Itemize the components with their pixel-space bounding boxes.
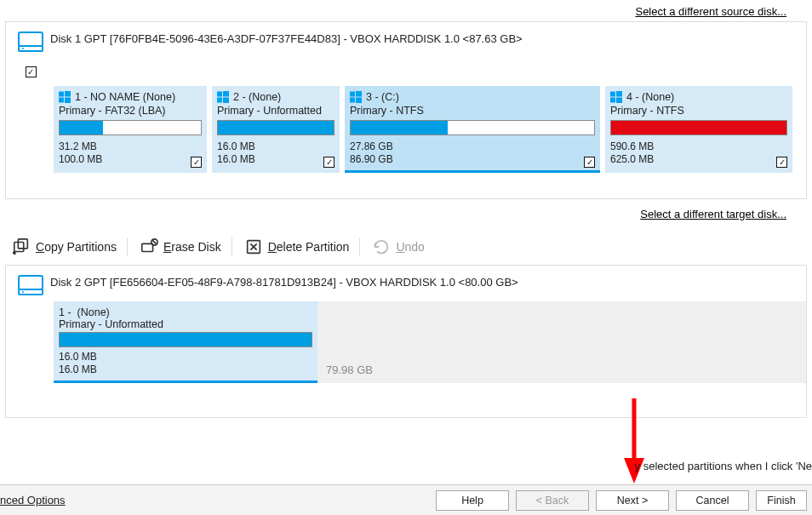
- source-disk-checkbox[interactable]: ✓: [26, 66, 37, 77]
- partition-sizes: 27.86 GB86.90 GB: [350, 140, 595, 166]
- partition-checkbox[interactable]: ✓: [584, 157, 595, 168]
- partition-type: Primary - NTFS: [610, 105, 787, 117]
- partition-type: Primary - Unformatted: [217, 105, 335, 117]
- cancel-button[interactable]: Cancel: [676, 490, 749, 511]
- svg-rect-21: [142, 243, 153, 251]
- svg-rect-27: [19, 276, 43, 289]
- svg-rect-17: [610, 98, 615, 103]
- windows-icon: [350, 91, 362, 103]
- partition-type: Primary - Unformatted: [59, 318, 312, 330]
- select-source-link[interactable]: Select a different source disk...: [635, 5, 786, 18]
- undo-button: Undo: [372, 237, 434, 256]
- footer-bar: nced Options Help < Back Next > Cancel F…: [0, 484, 812, 515]
- svg-rect-3: [59, 92, 64, 97]
- usage-bar: [59, 120, 202, 135]
- partition-label: 4 - (None): [626, 91, 674, 103]
- svg-rect-14: [356, 98, 362, 104]
- svg-rect-19: [14, 243, 24, 252]
- usage-bar: [59, 332, 312, 347]
- partition-type: Primary - FAT32 (LBA): [59, 105, 202, 117]
- svg-rect-10: [223, 98, 229, 104]
- source-partition[interactable]: 4 - (None)Primary - NTFS590.6 MB625.0 MB…: [605, 86, 792, 173]
- svg-rect-16: [616, 91, 622, 97]
- finish-button[interactable]: Finish: [756, 490, 807, 511]
- partition-checkbox[interactable]: ✓: [776, 157, 787, 168]
- copy-partitions-button[interactable]: Copy Partitions: [12, 237, 128, 256]
- copy-hint-text: y selected partitions when I click 'Ne: [635, 460, 812, 472]
- next-button[interactable]: Next >: [596, 490, 669, 511]
- partition-checkbox[interactable]: ✓: [191, 157, 202, 168]
- svg-rect-6: [65, 98, 71, 104]
- windows-icon: [610, 91, 622, 103]
- delete-partition-button[interactable]: Delete Partition: [244, 237, 361, 256]
- partition-sizes: 16.0 MB 16.0 MB: [59, 351, 312, 376]
- svg-rect-8: [223, 91, 229, 97]
- source-partition[interactable]: 3 - (C:)Primary - NTFS27.86 GB86.90 GB✓: [345, 86, 600, 173]
- svg-rect-0: [19, 32, 43, 46]
- partition-sizes: 31.2 MB100.0 MB: [59, 140, 202, 166]
- target-disk-title: Disk 2 GPT [FE656604-EF05-48F9-A798-8178…: [50, 274, 518, 289]
- svg-rect-12: [356, 91, 362, 97]
- advanced-options-link[interactable]: nced Options: [0, 494, 66, 506]
- svg-point-29: [22, 291, 24, 293]
- select-target-link[interactable]: Select a different target disk...: [640, 208, 786, 220]
- source-partition[interactable]: 2 - (None)Primary - Unformatted16.0 MB16…: [212, 86, 340, 173]
- back-button: < Back: [516, 490, 589, 511]
- usage-bar: [350, 120, 595, 135]
- source-disk-title: Disk 1 GPT [76F0FB4E-5096-43E6-A3DF-07F3…: [50, 31, 523, 45]
- disk-icon: [17, 274, 44, 293]
- target-partition[interactable]: 1 - (None) Primary - Unformatted 16.0 MB…: [54, 301, 317, 383]
- free-space[interactable]: 79.98 GB: [317, 301, 806, 383]
- svg-rect-20: [18, 239, 27, 249]
- svg-rect-13: [350, 98, 355, 103]
- windows-icon: [59, 91, 71, 103]
- partition-index: 1 - (None): [59, 306, 110, 318]
- partition-label: 1 - NO NAME (None): [75, 91, 175, 103]
- partition-label: 3 - (C:): [366, 91, 399, 103]
- svg-rect-11: [350, 92, 355, 97]
- svg-rect-9: [217, 98, 222, 103]
- partition-label: 2 - (None): [233, 91, 281, 103]
- usage-bar: [217, 120, 335, 135]
- svg-rect-15: [610, 92, 615, 97]
- partition-checkbox[interactable]: ✓: [323, 157, 335, 168]
- disk-icon: [17, 31, 44, 49]
- svg-point-2: [22, 48, 24, 49]
- source-partition[interactable]: 1 - NO NAME (None)Primary - FAT32 (LBA)3…: [54, 86, 207, 173]
- erase-disk-button[interactable]: Erase Disk: [140, 237, 232, 256]
- svg-rect-7: [217, 92, 222, 97]
- toolbar: Copy Partitions Erase Disk Delete Partit…: [0, 229, 812, 265]
- partition-type: Primary - NTFS: [350, 105, 595, 117]
- svg-rect-4: [65, 91, 71, 97]
- partition-sizes: 590.6 MB625.0 MB: [610, 140, 787, 166]
- source-disk-panel: ✓ Disk 1 GPT [76F0FB4E-5096-43E6-A3DF-07…: [5, 21, 807, 199]
- windows-icon: [217, 91, 229, 103]
- partition-sizes: 16.0 MB16.0 MB: [217, 140, 335, 166]
- target-disk-panel: Disk 2 GPT [FE656604-EF05-48F9-A798-8178…: [5, 265, 807, 418]
- usage-bar: [610, 120, 787, 135]
- svg-rect-18: [616, 98, 622, 104]
- help-button[interactable]: Help: [436, 490, 509, 511]
- svg-rect-5: [59, 98, 64, 103]
